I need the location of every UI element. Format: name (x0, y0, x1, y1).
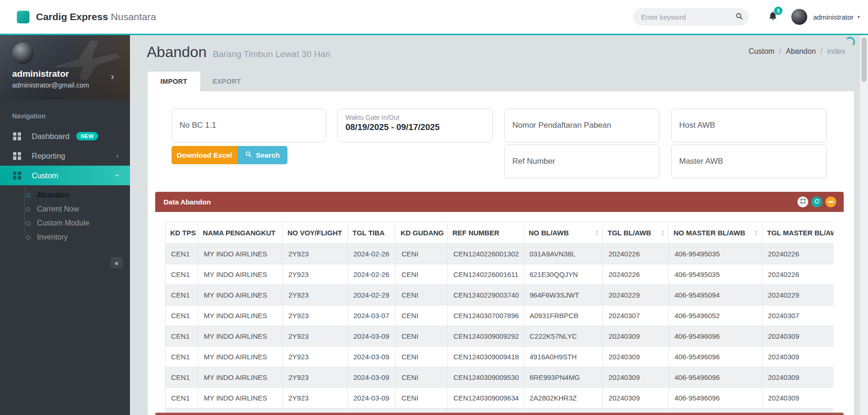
sidebar: administrator administrator@gmail.com › … (0, 35, 130, 415)
table-cell: 20240309 (603, 388, 669, 408)
table-cell: CEN1 (165, 408, 198, 413)
waktu-gate-range-field[interactable]: Waktu Gate In/Out 08/19/2025 - 09/17/202… (337, 109, 493, 142)
host-awb-input[interactable] (671, 109, 827, 142)
table-cell: CENI (396, 408, 448, 413)
sidebar-item-custom[interactable]: Custom › (0, 166, 130, 185)
expand-button[interactable] (797, 197, 808, 207)
table-row: CEN1MY INDO AIRLINES2Y9232024-03-09CENIC… (165, 347, 834, 367)
table-cell: CENI (396, 285, 448, 306)
refresh-button[interactable] (811, 197, 822, 207)
breadcrumb-custom[interactable]: Custom (749, 47, 775, 55)
filter-actions: Download Excel Search (172, 146, 287, 164)
sidebar-subitem-custom-module[interactable]: Custom Module (0, 216, 130, 230)
new-badge: NEW (76, 132, 99, 140)
user-avatar[interactable] (791, 9, 807, 25)
table-row: CEN1MY INDO AIRLINES2Y9232024-02-26CENIC… (165, 244, 834, 264)
sidebar-collapse-button[interactable]: « (110, 257, 123, 269)
table-cell: 20240307 (762, 306, 834, 326)
search-button-label: Search (256, 151, 280, 160)
search-button[interactable]: Search (237, 146, 287, 164)
loading-spinner-icon (845, 37, 855, 47)
table-cell: 20240309 (762, 347, 834, 367)
waktu-gate-value: 08/19/2025 - 09/17/2025 (345, 122, 492, 132)
table-cell: CENI (396, 347, 448, 367)
table-cell: CEN1 (165, 326, 198, 347)
grid-icon (13, 172, 21, 180)
table-cell: CEN1240229003740 (448, 285, 524, 306)
search-submit-button[interactable] (735, 12, 744, 22)
table-cell: CEN1240309009530 (448, 367, 524, 388)
scrollbar-thumb[interactable] (861, 37, 867, 82)
page-head: Abandon Barang Timbun Lewat 30 Hari (147, 44, 330, 61)
table-cell: CENI (396, 264, 448, 285)
no-bc-input[interactable] (172, 109, 326, 142)
table-cell: MY INDO AIRLINES (198, 367, 283, 388)
sidebar-item-reporting[interactable]: Reporting › (0, 146, 130, 166)
table-cell: 964F6W3SJWT (524, 285, 603, 306)
column-header-tgl-bl-awb[interactable]: TGL BL/AWB▲▼ (603, 222, 669, 244)
table-cell: 33W360VIT70 (524, 408, 603, 413)
sidebar-subitem-inventory[interactable]: Inventory (0, 230, 130, 244)
table-cell: 20240226 (762, 264, 834, 285)
column-label: NO VOY/FLIGHT (287, 229, 342, 237)
topbar-actions: 5 administrator ▼ (633, 0, 861, 34)
column-header-ref-number[interactable]: REF NUMBER (448, 222, 524, 244)
column-header-no-master-bl-awb[interactable]: NO MASTER BL/AWB▲▼ (669, 222, 762, 244)
column-header-tgl-master-bl-awb[interactable]: TGL MASTER BL/AWB (762, 222, 834, 244)
column-header-kd-tps[interactable]: KD TPS▼ (165, 222, 198, 244)
column-label: NO MASTER BL/AWB (674, 229, 745, 237)
table-cell: 20240309 (762, 367, 834, 388)
column-label: REF NUMBER (452, 229, 499, 237)
sidebar-profile: administrator administrator@gmail.com › (0, 35, 130, 100)
page-subtitle: Barang Timbun Lewat 30 Hari (213, 49, 330, 59)
table-cell: C222K57NLYC (524, 326, 603, 347)
table-cell: 406-95495035 (669, 244, 762, 264)
collapse-panel-button[interactable] (825, 197, 836, 207)
download-excel-button[interactable]: Download Excel (172, 146, 237, 164)
table-cell: CEN1 (165, 285, 198, 306)
breadcrumb-abandon[interactable]: Abandon (786, 47, 816, 55)
ref-number-input[interactable] (504, 145, 660, 178)
search-input[interactable] (640, 13, 735, 22)
table-cell: 20240309 (603, 408, 669, 413)
table-cell: MY INDO AIRLINES (198, 408, 283, 413)
next-section-header-edge (155, 413, 844, 415)
table-cell: 20240309 (762, 388, 834, 408)
tab-import[interactable]: IMPORT (148, 72, 200, 91)
user-menu[interactable]: administrator (813, 13, 854, 21)
brand-logo-icon (17, 11, 29, 23)
sidebar-item-label: Dashboard (32, 132, 70, 141)
sidebar-item-label: Reporting (32, 152, 65, 160)
table-cell: 2Y923 (283, 347, 348, 367)
table-cell: CEN1 (165, 347, 198, 367)
table-cell: 2Y923 (283, 306, 348, 326)
master-awb-input[interactable] (671, 145, 827, 178)
table-cell: 20240226 (762, 244, 834, 264)
sidebar-subitem-abandon[interactable]: Abandon (0, 188, 130, 202)
nomor-pendaftaran-pabean-input[interactable] (504, 109, 660, 142)
user-menu-caret-icon[interactable]: ▼ (857, 15, 861, 19)
minus-icon (828, 201, 833, 203)
column-header-tgl-tiba[interactable]: TGL TIBA (348, 222, 396, 244)
table-cell: 2Y923 (283, 388, 348, 408)
sidebar-subitem-carrent-now[interactable]: Carrent Now (0, 202, 130, 216)
brand[interactable]: Cardig ExpressNusantara (17, 0, 156, 34)
table-cell: 621E30QQJYN (524, 264, 603, 285)
column-header-kd-gudang[interactable]: KD GUDANG (396, 222, 448, 244)
sidebar-item-dashboard[interactable]: Dashboard NEW (0, 126, 130, 146)
column-label: KD GUDANG (401, 229, 444, 237)
table-cell: 406-95496096 (669, 326, 762, 347)
profile-email: administrator@gmail.com (12, 81, 89, 89)
profile-chevron-right-icon[interactable]: › (111, 71, 114, 82)
notifications-button[interactable]: 5 (768, 11, 778, 23)
table-cell: 406-95496096 (669, 347, 762, 367)
table-cell: 406-95495035 (669, 264, 762, 285)
column-header-no-bl-awb[interactable]: NO BL/AWB▲▼ (524, 222, 603, 244)
column-header-no-voy-flight[interactable]: NO VOY/FLIGHT (283, 222, 348, 244)
table-cell: 2024-03-09 (348, 408, 396, 413)
table-cell: CENI (396, 244, 448, 264)
tab-export[interactable]: EXPORT (200, 72, 254, 91)
waktu-gate-label: Waktu Gate In/Out (345, 114, 492, 121)
table-cell: CEN1240309009634 (448, 388, 524, 408)
column-header-nama-pengangkut[interactable]: NAMA PENGANGKUT (198, 222, 283, 244)
